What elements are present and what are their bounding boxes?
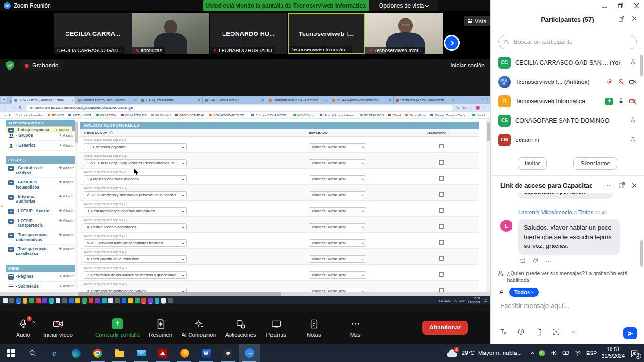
taskbar-mail[interactable]	[130, 344, 152, 362]
bookmark-favicon	[151, 114, 154, 116]
search-input[interactable]	[513, 38, 631, 46]
screenshot-icon[interactable]	[553, 328, 560, 336]
windows-logo-icon	[7, 349, 15, 357]
whiteboards-button[interactable]: Pizarras	[261, 318, 292, 337]
next-participants-button[interactable]	[444, 35, 460, 51]
participant-row[interactable]: Tecnoserviweb I... (Anfitrión)	[491, 72, 644, 91]
taskbar-acrobat[interactable]	[152, 344, 173, 362]
security-shield-icon[interactable]	[5, 60, 15, 71]
taskbar-app[interactable]	[217, 344, 239, 362]
start-button[interactable]	[0, 344, 22, 362]
mic-icon[interactable]	[618, 98, 625, 105]
recipient-selector[interactable]: Todos	[509, 288, 539, 297]
ai-companion-button[interactable]: AI Companion	[177, 318, 221, 337]
send-to-row: A: Todos	[499, 288, 539, 297]
item-lotaip-select: 2.1-2.2 Directorio y distributivo person…	[84, 191, 187, 198]
vista-button[interactable]: Vista	[464, 16, 490, 26]
taskbar-edge[interactable]	[65, 344, 87, 362]
mic-icon[interactable]	[629, 117, 636, 124]
cast-icon[interactable]	[562, 350, 569, 356]
wifi-icon[interactable]	[574, 350, 581, 356]
table-row: AnexoResponsables object (38) 3. Remuner…	[80, 201, 479, 217]
chat-message-input[interactable]	[499, 302, 636, 310]
taskbar-word[interactable]: W	[195, 344, 217, 362]
taskbar-firefox[interactable]	[173, 344, 195, 362]
summary-button[interactable]: Resumen	[144, 318, 177, 337]
chevron-down-icon	[362, 193, 364, 196]
invite-button[interactable]: Invitar	[518, 157, 547, 170]
zoom-icon: zm	[245, 348, 254, 358]
video-tile-tecnoserviweb-video[interactable]: Tecnoserviweb Infor...	[365, 13, 443, 54]
participant-row[interactable]: CC CECILIA CARRASCO-GAD SAN ... (Yo)	[491, 53, 644, 72]
mic-icon[interactable]	[629, 136, 636, 143]
share-screen-button[interactable]: Compartir pantalla	[91, 318, 144, 337]
summary-doc-icon	[156, 319, 165, 329]
taskbar-search-button[interactable]	[22, 344, 43, 362]
notification-center[interactable]: 2	[630, 350, 638, 357]
close-button[interactable]	[634, 3, 639, 8]
participant-row[interactable]: EM edison m	[491, 130, 644, 149]
notes-button[interactable]: Notas	[298, 318, 330, 337]
taskbar-weather[interactable]: 1 29°C Mayorm. nubla...	[447, 349, 522, 357]
more-button[interactable]: Más	[340, 318, 371, 337]
bookmark-item: Repositorio	[405, 114, 426, 117]
audio-button[interactable]: ! Audio	[8, 318, 39, 337]
audio-options-chevron[interactable]	[32, 321, 35, 324]
mute-me-button[interactable]: Silenciarme	[573, 157, 617, 170]
recording-indicator[interactable]: Grabando	[20, 60, 63, 71]
send-button[interactable]	[623, 327, 637, 339]
chat-more-icon[interactable]	[606, 182, 612, 189]
camera-off-icon[interactable]	[629, 98, 636, 105]
video-tile-leonardo[interactable]: LEONARDO HU... LEONARDO HURTADO	[210, 13, 287, 54]
bookmark-favicon	[175, 114, 178, 116]
language-indicator[interactable]: ESP	[586, 350, 597, 356]
close-panel-icon[interactable]	[631, 16, 637, 22]
taskbar-explorer[interactable]	[108, 344, 130, 362]
pop-out-icon[interactable]	[618, 16, 625, 22]
zoom-main-area: zm Zoom Reunión Usted está viendo la pan…	[0, 0, 490, 344]
browser-tab: Transparencia 2024 - Defensor... ×	[266, 97, 330, 104]
tray-expand-chevron[interactable]	[531, 352, 534, 355]
leave-meeting-button[interactable]: Abandonar	[422, 321, 468, 335]
clipped-message-bubble: capacitación por favor.	[518, 193, 612, 199]
taskbar-chrome[interactable]	[87, 344, 108, 362]
apps-button[interactable]: Aplicaciones	[221, 318, 261, 337]
restore-button[interactable]	[618, 3, 623, 8]
participants-scrollbar[interactable]	[640, 55, 643, 76]
pop-out-icon[interactable]	[619, 182, 625, 189]
message-more-icon[interactable]	[545, 258, 552, 264]
start-video-button[interactable]: Iniciar vídeo	[39, 318, 77, 337]
emoji-icon[interactable]	[517, 328, 525, 336]
muted-mic-icon[interactable]	[618, 78, 625, 85]
taskbar-zoom[interactable]: zm	[239, 344, 260, 362]
attach-file-icon[interactable]	[535, 328, 542, 336]
volume-icon[interactable]	[550, 350, 557, 356]
taskbar-ie[interactable]: e	[43, 344, 65, 362]
participant-row[interactable]: TI Tecnoserviweb Informática	[491, 91, 644, 111]
format-text-icon[interactable]	[499, 328, 507, 336]
forward-icon: →	[11, 106, 16, 110]
participant-row[interactable]: CS CONAGOPARE SANTO DOMINGO	[491, 111, 644, 130]
taskbar-clock[interactable]: 10:51 21/5/2024	[602, 346, 625, 360]
chat-scrollbar[interactable]	[640, 240, 643, 267]
sign-in-link[interactable]: Iniciar sesión	[450, 62, 485, 69]
tab-close-icon: ×	[198, 99, 200, 102]
antivirus-icon[interactable]	[539, 350, 545, 356]
add-reaction-icon[interactable]	[532, 257, 539, 264]
table-row: AnexoResponsables object (40) 5.-22. Ser…	[80, 233, 479, 249]
mic-icon[interactable]	[629, 59, 636, 66]
object-label: AnexoResponsables object (41)	[84, 250, 127, 254]
participant-search[interactable]	[498, 35, 637, 49]
remote-taskbar: TSW 2022 ESP 10:5121/5/2024	[0, 296, 490, 304]
video-tile-cecilia[interactable]: CECILIA CARRA... CECILIA CARRASCO-GAD...	[54, 13, 132, 54]
table-row: AnexoResponsables object (42) 7. Resulta…	[80, 265, 479, 281]
minimize-button[interactable]	[602, 3, 607, 8]
camera-icon[interactable]	[629, 78, 636, 85]
close-chat-icon[interactable]	[631, 182, 637, 189]
reply-icon[interactable]	[519, 258, 526, 264]
video-tile-tecnoserviweb-active[interactable]: Tecnoserviweb I... Tecnoserviweb Informá…	[288, 13, 365, 54]
object-label: AnexoResponsables object (34)	[84, 138, 127, 141]
view-options-button[interactable]: Opciones de vista	[369, 0, 438, 11]
composer-more-chevron[interactable]	[572, 329, 575, 333]
video-tile-itorolucas[interactable]: itorolucas	[132, 13, 209, 54]
